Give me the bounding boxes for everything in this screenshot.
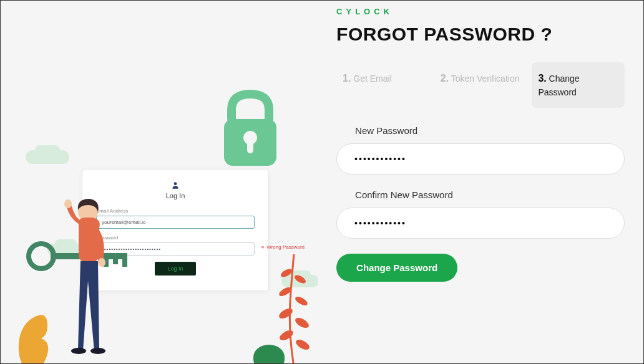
step-get-email[interactable]: 1. Get Email — [336, 62, 429, 108]
page-title: FORGOT PASSWORD ? — [336, 24, 625, 45]
confirm-password-input[interactable] — [336, 208, 625, 239]
form-panel: CYLOCK FORGOT PASSWORD ? 1. Get Email 2.… — [318, 1, 643, 363]
svg-rect-2 — [247, 141, 253, 153]
svg-point-11 — [295, 338, 311, 352]
step-number: 1. — [343, 73, 351, 84]
new-password-label: New Password — [336, 125, 625, 136]
new-password-input[interactable] — [336, 143, 625, 175]
login-button-illustration: Log In — [155, 262, 195, 275]
svg-point-21 — [90, 348, 105, 354]
svg-point-7 — [294, 295, 309, 307]
cloud-decor — [26, 150, 69, 164]
illustration-panel: Log In Email Address youremail@email.io … — [1, 1, 318, 363]
step-label: Token Verification — [451, 74, 520, 84]
steps-container: 1. Get Email 2. Token Verification 3. Ch… — [336, 62, 625, 108]
svg-point-8 — [278, 307, 295, 320]
step-label: Get Email — [353, 74, 391, 84]
svg-point-12 — [29, 244, 54, 269]
brand-name: CYLOCK — [336, 7, 625, 16]
plant-decor — [269, 242, 318, 363]
svg-point-19 — [98, 258, 105, 267]
change-password-button[interactable]: Change Password — [336, 254, 457, 282]
step-change-password[interactable]: 3. Change Password — [532, 62, 625, 108]
lock-icon — [213, 88, 288, 175]
svg-point-5 — [293, 274, 307, 285]
svg-point-3 — [174, 182, 177, 185]
svg-point-18 — [64, 199, 72, 208]
svg-point-9 — [294, 316, 311, 330]
user-icon — [171, 181, 180, 189]
step-number: 2. — [441, 73, 449, 84]
svg-point-20 — [71, 348, 86, 354]
step-number: 3. — [538, 73, 546, 84]
person-illustration — [51, 194, 125, 356]
confirm-password-label: Confirm New Password — [336, 189, 625, 200]
step-token-verification[interactable]: 2. Token Verification — [434, 62, 527, 108]
svg-point-10 — [278, 328, 295, 342]
